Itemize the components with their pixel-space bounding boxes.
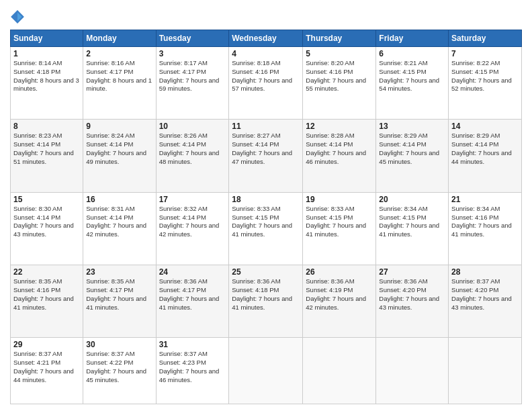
calendar-cell: 12Sunrise: 8:28 AMSunset: 4:14 PMDayligh…: [303, 120, 376, 192]
weekday-header-monday: Monday: [83, 30, 156, 47]
day-number: 13: [379, 122, 445, 131]
day-info: Sunrise: 8:14 AMSunset: 4:18 PMDaylight:…: [13, 59, 80, 93]
week-row-2: 8Sunrise: 8:23 AMSunset: 4:14 PMDaylight…: [11, 120, 522, 192]
day-info: Sunrise: 8:34 AMSunset: 4:16 PMDaylight:…: [451, 205, 519, 239]
weekday-header-saturday: Saturday: [449, 30, 522, 47]
day-info: Sunrise: 8:30 AMSunset: 4:14 PMDaylight:…: [13, 205, 80, 239]
day-info: Sunrise: 8:36 AMSunset: 4:20 PMDaylight:…: [379, 277, 445, 312]
weekday-header-thursday: Thursday: [303, 30, 376, 47]
day-info: Sunrise: 8:33 AMSunset: 4:15 PMDaylight:…: [306, 205, 373, 239]
day-info: Sunrise: 8:23 AMSunset: 4:14 PMDaylight:…: [13, 132, 80, 166]
day-info: Sunrise: 8:28 AMSunset: 4:14 PMDaylight:…: [306, 132, 373, 166]
weekday-header-tuesday: Tuesday: [156, 30, 229, 47]
day-number: 20: [379, 195, 445, 204]
day-number: 26: [306, 267, 373, 277]
week-row-4: 22Sunrise: 8:35 AMSunset: 4:16 PMDayligh…: [11, 265, 522, 338]
calendar-cell: 4Sunrise: 8:18 AMSunset: 4:16 PMDaylight…: [229, 47, 303, 120]
calendar-cell: 26Sunrise: 8:36 AMSunset: 4:19 PMDayligh…: [303, 265, 376, 338]
calendar-table: SundayMondayTuesdayWednesdayThursdayFrid…: [10, 30, 522, 404]
day-number: 25: [232, 267, 300, 277]
day-info: Sunrise: 8:37 AMSunset: 4:20 PMDaylight:…: [451, 277, 519, 312]
calendar-cell: 22Sunrise: 8:35 AMSunset: 4:16 PMDayligh…: [11, 265, 83, 338]
day-number: 9: [86, 122, 152, 131]
calendar-cell: 21Sunrise: 8:34 AMSunset: 4:16 PMDayligh…: [449, 192, 522, 265]
day-info: Sunrise: 8:36 AMSunset: 4:17 PMDaylight:…: [159, 277, 226, 312]
day-number: 22: [13, 267, 80, 277]
day-info: Sunrise: 8:31 AMSunset: 4:14 PMDaylight:…: [86, 205, 152, 239]
calendar-cell: [449, 338, 522, 404]
day-info: Sunrise: 8:32 AMSunset: 4:14 PMDaylight:…: [159, 205, 226, 239]
day-number: 30: [86, 340, 152, 349]
calendar-cell: 9Sunrise: 8:24 AMSunset: 4:14 PMDaylight…: [83, 120, 156, 192]
day-number: 23: [86, 267, 152, 277]
calendar-cell: 8Sunrise: 8:23 AMSunset: 4:14 PMDaylight…: [11, 120, 83, 192]
day-info: Sunrise: 8:18 AMSunset: 4:16 PMDaylight:…: [232, 59, 300, 93]
day-number: 28: [451, 267, 519, 277]
day-info: Sunrise: 8:21 AMSunset: 4:15 PMDaylight:…: [379, 59, 445, 93]
day-info: Sunrise: 8:16 AMSunset: 4:17 PMDaylight:…: [86, 59, 152, 93]
day-number: 14: [451, 122, 519, 131]
day-info: Sunrise: 8:29 AMSunset: 4:14 PMDaylight:…: [379, 132, 445, 166]
weekday-header-friday: Friday: [376, 30, 449, 47]
calendar-cell: 28Sunrise: 8:37 AMSunset: 4:20 PMDayligh…: [449, 265, 522, 338]
calendar-cell: 20Sunrise: 8:34 AMSunset: 4:15 PMDayligh…: [376, 192, 449, 265]
calendar-cell: 6Sunrise: 8:21 AMSunset: 4:15 PMDaylight…: [376, 47, 449, 120]
day-number: 2: [86, 49, 152, 58]
day-number: 7: [451, 49, 519, 58]
day-info: Sunrise: 8:36 AMSunset: 4:18 PMDaylight:…: [232, 277, 300, 312]
calendar-cell: 25Sunrise: 8:36 AMSunset: 4:18 PMDayligh…: [229, 265, 303, 338]
calendar-cell: [229, 338, 303, 404]
day-number: 17: [159, 195, 226, 204]
calendar-cell: 31Sunrise: 8:37 AMSunset: 4:23 PMDayligh…: [156, 338, 229, 404]
day-info: Sunrise: 8:26 AMSunset: 4:14 PMDaylight:…: [159, 132, 226, 166]
week-row-1: 1Sunrise: 8:14 AMSunset: 4:18 PMDaylight…: [11, 47, 522, 120]
day-info: Sunrise: 8:24 AMSunset: 4:14 PMDaylight:…: [86, 132, 152, 166]
calendar-cell: 23Sunrise: 8:35 AMSunset: 4:17 PMDayligh…: [83, 265, 156, 338]
calendar-cell: 13Sunrise: 8:29 AMSunset: 4:14 PMDayligh…: [376, 120, 449, 192]
day-info: Sunrise: 8:37 AMSunset: 4:23 PMDaylight:…: [159, 350, 226, 384]
day-info: Sunrise: 8:29 AMSunset: 4:14 PMDaylight:…: [451, 132, 519, 166]
day-info: Sunrise: 8:35 AMSunset: 4:17 PMDaylight:…: [86, 277, 152, 312]
day-number: 12: [306, 122, 373, 131]
calendar-cell: 1Sunrise: 8:14 AMSunset: 4:18 PMDaylight…: [11, 47, 83, 120]
day-number: 6: [379, 49, 445, 58]
header: [10, 7, 522, 24]
day-number: 1: [13, 49, 80, 58]
day-info: Sunrise: 8:20 AMSunset: 4:16 PMDaylight:…: [306, 59, 373, 93]
day-number: 15: [13, 195, 80, 204]
calendar-cell: [376, 338, 449, 404]
day-info: Sunrise: 8:34 AMSunset: 4:15 PMDaylight:…: [379, 205, 445, 239]
calendar-cell: 2Sunrise: 8:16 AMSunset: 4:17 PMDaylight…: [83, 47, 156, 120]
week-row-5: 29Sunrise: 8:37 AMSunset: 4:21 PMDayligh…: [11, 338, 522, 404]
day-number: 24: [159, 267, 226, 277]
day-info: Sunrise: 8:36 AMSunset: 4:19 PMDaylight:…: [306, 277, 373, 312]
calendar-cell: 17Sunrise: 8:32 AMSunset: 4:14 PMDayligh…: [156, 192, 229, 265]
weekday-header-row: SundayMondayTuesdayWednesdayThursdayFrid…: [11, 30, 522, 47]
day-number: 18: [232, 195, 300, 204]
logo-icon: [10, 9, 25, 24]
day-info: Sunrise: 8:17 AMSunset: 4:17 PMDaylight:…: [159, 59, 226, 93]
day-number: 27: [379, 267, 445, 277]
day-number: 10: [159, 122, 226, 131]
logo: [10, 9, 26, 24]
day-info: Sunrise: 8:27 AMSunset: 4:14 PMDaylight:…: [232, 132, 300, 166]
day-info: Sunrise: 8:37 AMSunset: 4:22 PMDaylight:…: [86, 350, 152, 384]
calendar-cell: 27Sunrise: 8:36 AMSunset: 4:20 PMDayligh…: [376, 265, 449, 338]
day-number: 4: [232, 49, 300, 58]
calendar-cell: 3Sunrise: 8:17 AMSunset: 4:17 PMDaylight…: [156, 47, 229, 120]
calendar-cell: 30Sunrise: 8:37 AMSunset: 4:22 PMDayligh…: [83, 338, 156, 404]
day-info: Sunrise: 8:37 AMSunset: 4:21 PMDaylight:…: [13, 350, 80, 384]
calendar-cell: 7Sunrise: 8:22 AMSunset: 4:15 PMDaylight…: [449, 47, 522, 120]
weekday-header-wednesday: Wednesday: [229, 30, 303, 47]
calendar-cell: 16Sunrise: 8:31 AMSunset: 4:14 PMDayligh…: [83, 192, 156, 265]
day-info: Sunrise: 8:22 AMSunset: 4:15 PMDaylight:…: [451, 59, 519, 93]
calendar-cell: 11Sunrise: 8:27 AMSunset: 4:14 PMDayligh…: [229, 120, 303, 192]
day-number: 16: [86, 195, 152, 204]
day-number: 8: [13, 122, 80, 131]
day-number: 21: [451, 195, 519, 204]
calendar-cell: 5Sunrise: 8:20 AMSunset: 4:16 PMDaylight…: [303, 47, 376, 120]
day-info: Sunrise: 8:35 AMSunset: 4:16 PMDaylight:…: [13, 277, 80, 312]
calendar-cell: 29Sunrise: 8:37 AMSunset: 4:21 PMDayligh…: [11, 338, 83, 404]
calendar-cell: 14Sunrise: 8:29 AMSunset: 4:14 PMDayligh…: [449, 120, 522, 192]
calendar-cell: [303, 338, 376, 404]
